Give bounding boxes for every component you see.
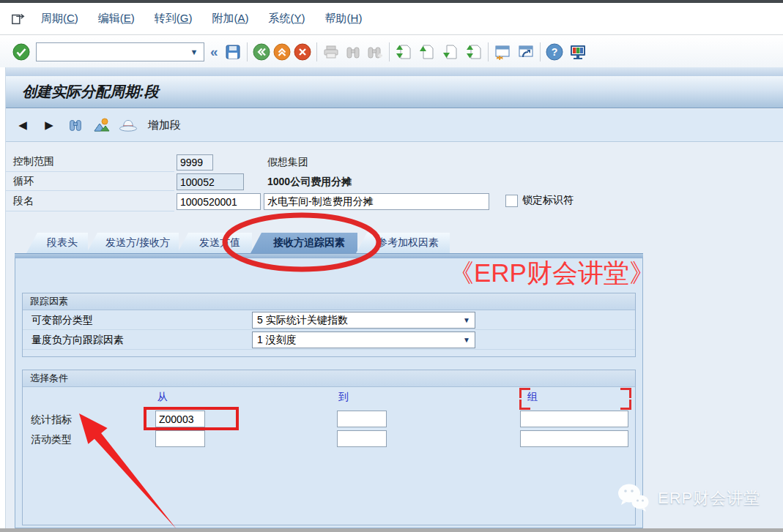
- bottom-watermark-text: ERP财会讲堂: [658, 487, 760, 509]
- menu-item-edit[interactable]: 编辑(E): [98, 12, 135, 26]
- command-dropdown-icon[interactable]: ▼: [185, 48, 204, 56]
- shortcut-icon[interactable]: [517, 43, 535, 61]
- variable-portion-label: 可变部分类型: [31, 314, 93, 327]
- stat-key-figure-group-field[interactable]: [520, 411, 628, 427]
- application-toolbar: ◀ ▶ 增加段: [6, 109, 783, 142]
- add-segment-button[interactable]: 增加段: [148, 119, 181, 132]
- layout-icon[interactable]: [569, 43, 587, 61]
- tab-sender-receiver[interactable]: 发送方/接收方: [86, 233, 179, 253]
- print-icon[interactable]: [322, 43, 340, 61]
- svg-text:?: ?: [551, 46, 557, 58]
- page-down-icon[interactable]: [442, 43, 459, 61]
- menu-item-cycle[interactable]: 周期(C): [41, 12, 78, 26]
- tab-receiver-tracing-factor[interactable]: 接收方追踪因素: [251, 233, 357, 253]
- column-group-label: 组: [527, 391, 538, 404]
- left-margin: [0, 67, 6, 528]
- find-icon[interactable]: [344, 43, 362, 61]
- menu-items: 周期(C) 编辑(E) 转到(G) 附加(A) 系统(Y) 帮助(H): [41, 12, 362, 26]
- tracing-factor-group: 跟踪因素 可变部分类型 5 实际统计关键指数 ▼ 量度负方向跟踪因素 1 没刻度…: [22, 293, 636, 357]
- cycle-desc: 1000公司费用分摊: [267, 176, 352, 189]
- save-icon[interactable]: [224, 43, 242, 61]
- column-from-label: 从: [157, 391, 168, 404]
- chevron-down-icon[interactable]: ▼: [459, 316, 475, 324]
- status-bar: [0, 528, 783, 532]
- segment-id-field[interactable]: [177, 193, 261, 210]
- menu-bar: 周期(C) 编辑(E) 转到(G) 附加(A) 系统(Y) 帮助(H): [0, 3, 783, 35]
- continue-icon[interactable]: [12, 43, 30, 61]
- activity-type-group-field[interactable]: [520, 430, 628, 447]
- tracing-factor-group-header: 跟踪因素: [23, 293, 635, 310]
- overview-icon[interactable]: [92, 116, 111, 135]
- activity-type-to-field[interactable]: [337, 430, 387, 447]
- find-binoculars-icon[interactable]: [66, 116, 85, 135]
- new-session-icon[interactable]: [494, 43, 511, 61]
- next-segment-icon[interactable]: ▶: [40, 116, 59, 135]
- selection-criteria-group: 选择条件: [22, 370, 636, 525]
- selection-criteria-group-header: 选择条件: [23, 370, 635, 387]
- chevron-down-icon[interactable]: ▼: [459, 336, 475, 344]
- toolbar-divider: [0, 67, 783, 76]
- negative-tracing-row: 量度负方向跟踪因素 1 没刻度 ▼: [23, 330, 635, 350]
- previous-segment-icon[interactable]: ◀: [13, 116, 32, 135]
- negative-tracing-dropdown[interactable]: 1 没刻度 ▼: [252, 331, 475, 348]
- tab-reference-weighting[interactable]: 参考加权因素: [356, 233, 450, 253]
- command-field[interactable]: ▼: [36, 42, 204, 61]
- exit-transaction-icon[interactable]: [10, 12, 26, 26]
- menu-item-goto[interactable]: 转到(G): [155, 12, 193, 26]
- stat-key-figure-from-field[interactable]: [155, 411, 205, 427]
- first-page-icon[interactable]: [395, 43, 412, 61]
- menu-item-extras[interactable]: 附加(A): [212, 12, 249, 26]
- segment-name-field[interactable]: [264, 193, 489, 210]
- negative-tracing-label: 量度负方向跟踪因素: [31, 334, 124, 347]
- command-input[interactable]: [37, 44, 185, 60]
- lock-indicator-checkbox[interactable]: [505, 195, 518, 207]
- lock-indicator-label: 锁定标识符: [522, 194, 574, 207]
- page-title: 创建实际分配周期:段: [22, 82, 159, 102]
- variable-portion-dropdown[interactable]: 5 实际统计关键指数 ▼: [252, 312, 475, 329]
- sap-window: 周期(C) 编辑(E) 转到(G) 附加(A) 系统(Y) 帮助(H) ▼ «: [0, 0, 783, 532]
- first-screen-hat-icon[interactable]: [119, 116, 138, 135]
- page-up-icon[interactable]: [418, 43, 436, 61]
- exit-icon[interactable]: [294, 43, 311, 61]
- column-to-label: 到: [338, 391, 349, 404]
- tab-sender-values[interactable]: 发送方值: [177, 233, 252, 253]
- controlling-area-desc: 假想集团: [267, 156, 308, 169]
- menu-item-system[interactable]: 系统(Y): [269, 12, 305, 26]
- wechat-logo-icon: [615, 482, 652, 515]
- menu-item-help[interactable]: 帮助(H): [325, 12, 363, 26]
- activity-type-label: 活动类型: [31, 433, 72, 452]
- activity-type-from-field[interactable]: [155, 430, 205, 447]
- find-next-icon[interactable]: [366, 43, 384, 61]
- collapse-toolbar-icon[interactable]: «: [210, 44, 218, 60]
- variable-portion-row: 可变部分类型 5 实际统计关键指数 ▼: [23, 310, 635, 330]
- standard-toolbar: ▼ «: [0, 36, 783, 67]
- controlling-area-field[interactable]: [177, 154, 213, 171]
- stat-key-figure-to-field[interactable]: [337, 411, 387, 427]
- up-icon[interactable]: [273, 43, 291, 61]
- help-icon[interactable]: ?: [546, 43, 563, 61]
- red-watermark-text: 《ERP财会讲堂》: [448, 256, 655, 291]
- back-icon[interactable]: [253, 43, 270, 61]
- title-bar: 创建实际分配周期:段: [6, 76, 783, 108]
- stat-key-figure-label: 统计指标: [31, 413, 72, 432]
- cycle-field[interactable]: [177, 173, 244, 190]
- last-page-icon[interactable]: [465, 43, 483, 61]
- bottom-watermark: ERP财会讲堂: [615, 482, 760, 515]
